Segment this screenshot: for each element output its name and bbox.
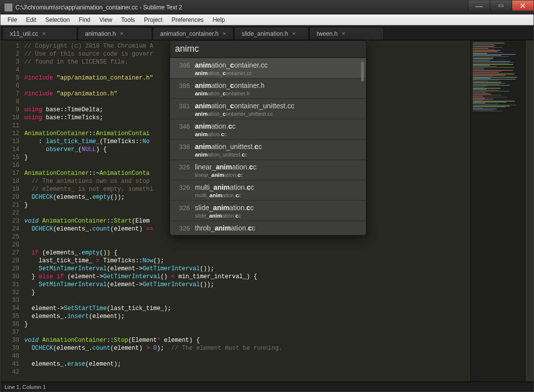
result-score: 346 bbox=[175, 122, 190, 130]
tab-label: x11_util.cc bbox=[10, 30, 38, 37]
minimap-line bbox=[473, 84, 499, 84]
menu-file[interactable]: File bbox=[3, 15, 21, 24]
result-secondary: linear_animation.cc bbox=[195, 172, 361, 178]
result-score: 386 bbox=[175, 61, 190, 69]
minimap-line bbox=[473, 60, 490, 61]
minimap-line bbox=[473, 87, 484, 87]
minimap-line bbox=[473, 72, 499, 73]
code-line[interactable]: SetMinTimerInterval(element->GetTimerInt… bbox=[23, 265, 470, 273]
minimap-line bbox=[473, 48, 488, 49]
minimap-line bbox=[473, 82, 501, 82]
minimap-line bbox=[473, 95, 501, 95]
code-line[interactable] bbox=[23, 328, 470, 336]
line-number: 19 bbox=[0, 185, 19, 193]
code-line[interactable]: } bbox=[23, 289, 470, 297]
goto-input[interactable] bbox=[175, 44, 361, 54]
tab[interactable]: x11_util.cc× bbox=[2, 27, 77, 40]
goto-result-row[interactable]: 346animation.ccanimation.cc bbox=[170, 119, 366, 139]
minimap-line bbox=[473, 86, 487, 86]
menu-project[interactable]: Project bbox=[140, 15, 167, 24]
minimap-line bbox=[473, 52, 504, 53]
vertical-scrollbar[interactable] bbox=[525, 40, 534, 382]
tab[interactable]: slide_animation.h× bbox=[234, 27, 309, 40]
line-number: 16 bbox=[0, 161, 19, 169]
code-line[interactable]: element->SetStartTime(last_tick_time_); bbox=[23, 305, 470, 313]
code-line[interactable] bbox=[23, 352, 470, 360]
minimap-line bbox=[473, 108, 483, 108]
line-number: 33 bbox=[0, 297, 19, 305]
tab[interactable]: animation.h× bbox=[78, 27, 152, 40]
goto-result-row[interactable]: 386animation_container.hanimation_contai… bbox=[170, 78, 366, 98]
code-line[interactable]: elements_.insert(element); bbox=[23, 313, 470, 320]
menu-help[interactable]: Help bbox=[209, 15, 229, 24]
menu-edit[interactable]: Edit bbox=[22, 15, 40, 24]
minimap-line bbox=[473, 70, 513, 71]
line-number: 38 bbox=[0, 336, 19, 344]
minimap-line bbox=[473, 97, 507, 97]
minimap-line bbox=[473, 47, 502, 48]
goto-result-row[interactable]: 326slide_animation.ccslide_animation.cc bbox=[170, 200, 366, 221]
code-line[interactable]: elements_.erase(element); bbox=[23, 360, 470, 368]
goto-result-row[interactable]: 381animation_container_unittest.ccanimat… bbox=[170, 98, 366, 119]
goto-result-row[interactable]: 386animation_container.ccanimation_conta… bbox=[170, 58, 366, 78]
minimap-line bbox=[473, 44, 494, 45]
line-number: 17 bbox=[0, 169, 19, 177]
minimap-line bbox=[473, 89, 487, 89]
code-line[interactable]: } bbox=[23, 320, 470, 328]
menu-tools[interactable]: Tools bbox=[117, 15, 139, 24]
code-line[interactable]: DCHECK(elements_.count(element) > 0); //… bbox=[23, 344, 470, 352]
menu-find[interactable]: Find bbox=[75, 15, 94, 24]
code-line[interactable] bbox=[23, 241, 470, 249]
cursor-position: Line 1, Column 1 bbox=[4, 384, 46, 390]
code-line[interactable]: void AnimationContainer::Stop(Element* e… bbox=[23, 336, 470, 344]
code-line[interactable]: if (elements_.empty()) { bbox=[23, 249, 470, 257]
goto-result-row[interactable]: 326linear_animation.cclinear_animation.c… bbox=[170, 159, 366, 180]
close-icon[interactable]: × bbox=[342, 30, 346, 37]
line-number: 29 bbox=[0, 265, 19, 273]
code-line[interactable]: SetMinTimerInterval(element->GetTimerInt… bbox=[23, 281, 470, 289]
goto-result-row[interactable]: 326multi_animation.ccmulti_animation.cc bbox=[170, 180, 366, 200]
line-number: 36 bbox=[0, 320, 19, 328]
result-score: 338 bbox=[175, 143, 190, 151]
close-icon[interactable]: × bbox=[292, 30, 296, 37]
goto-input-wrap[interactable] bbox=[170, 41, 366, 58]
result-primary: animation.cc bbox=[195, 122, 361, 130]
goto-result-row[interactable]: 326throb_animation.cc bbox=[170, 221, 366, 235]
close-icon[interactable]: × bbox=[120, 30, 124, 37]
line-number: 41 bbox=[0, 360, 19, 368]
menu-view[interactable]: View bbox=[95, 15, 116, 24]
line-number: 23 bbox=[0, 217, 19, 225]
maximize-button[interactable]: ▭ bbox=[490, 0, 512, 10]
tab[interactable]: animation_container.h× bbox=[153, 27, 234, 40]
result-score: 326 bbox=[175, 204, 190, 212]
minimap-line bbox=[473, 71, 502, 72]
close-button[interactable]: ✕ bbox=[512, 0, 534, 10]
result-primary: linear_animation.cc bbox=[195, 163, 361, 171]
line-number: 13 bbox=[0, 138, 19, 146]
minimize-button[interactable]: — bbox=[468, 0, 490, 10]
overlay-scrollbar-thumb[interactable] bbox=[361, 62, 364, 81]
titlebar[interactable]: C:\J\chromium\src\app\animation_containe… bbox=[0, 0, 534, 14]
minimap-line bbox=[473, 43, 505, 44]
code-line[interactable] bbox=[23, 368, 470, 376]
menu-selection[interactable]: Selection bbox=[41, 15, 74, 24]
menu-preferences[interactable]: Preferences bbox=[168, 15, 208, 24]
goto-result-row[interactable]: 338animation_unittest.ccanimation_unitte… bbox=[170, 139, 366, 159]
code-line[interactable] bbox=[23, 297, 470, 305]
minimap-line bbox=[473, 94, 491, 94]
statusbar: Line 1, Column 1 bbox=[0, 382, 534, 392]
code-line[interactable]: } else if (element->GetTimerInterval() <… bbox=[23, 273, 470, 281]
line-number: 28 bbox=[0, 257, 19, 265]
result-secondary: animation_container_unittest.cc bbox=[195, 111, 361, 117]
tab-label: tween.h bbox=[317, 30, 338, 37]
minimap-line bbox=[473, 49, 495, 50]
close-icon[interactable]: × bbox=[222, 30, 226, 37]
close-icon[interactable]: × bbox=[42, 30, 46, 37]
minimap[interactable] bbox=[470, 40, 525, 382]
minimap-line bbox=[473, 104, 498, 104]
line-number: 39 bbox=[0, 344, 19, 352]
code-line[interactable]: last_tick_time_ = TimeTicks::Now(); bbox=[23, 257, 470, 265]
result-score: 326 bbox=[175, 183, 190, 191]
tab[interactable]: tween.h× bbox=[309, 27, 384, 40]
minimap-line bbox=[473, 101, 515, 101]
